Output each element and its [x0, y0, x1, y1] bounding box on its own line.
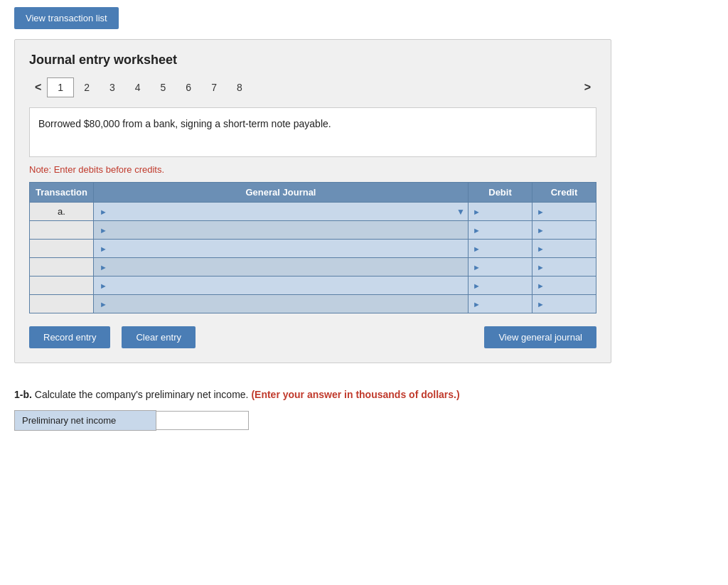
credit-cell-2[interactable]: ► — [532, 221, 596, 240]
transaction-label-3 — [30, 240, 94, 258]
debit-cell-4[interactable]: ► — [469, 258, 532, 277]
row-arrow-5: ► — [98, 281, 107, 290]
section-1b-highlight: (Enter your answer in thousands of dolla… — [251, 389, 459, 400]
general-journal-cell-5[interactable]: ► — [94, 277, 469, 295]
row-arrow-3: ► — [98, 245, 107, 253]
dropdown-arrow-1[interactable]: ▼ — [456, 207, 465, 217]
view-general-journal-button[interactable]: View general journal — [484, 326, 596, 348]
note-text: Note: Enter debits before credits. — [29, 164, 596, 175]
preliminary-net-income-row: Preliminary net income — [14, 410, 714, 431]
general-journal-cell-4[interactable]: ► — [94, 258, 469, 277]
debit-arrow-4: ► — [471, 263, 481, 272]
left-buttons: Record entry Clear entry — [29, 326, 196, 348]
credit-arrow-6: ► — [535, 300, 545, 308]
clear-entry-button[interactable]: Clear entry — [122, 326, 196, 348]
record-entry-button[interactable]: Record entry — [29, 326, 110, 348]
journal-table: Transaction General Journal Debit Credit… — [29, 182, 596, 313]
credit-cell-4[interactable]: ► — [532, 258, 596, 277]
general-journal-cell-3[interactable]: ► — [94, 240, 469, 258]
tab-8[interactable]: 8 — [227, 78, 252, 97]
debit-cell-6[interactable]: ► — [469, 295, 532, 313]
transaction-label-2 — [30, 221, 94, 240]
debit-cell-3[interactable]: ► — [469, 240, 532, 258]
view-transaction-list-button[interactable]: View transaction list — [14, 7, 119, 29]
transaction-label-1: a. — [30, 203, 94, 221]
transaction-description: Borrowed $80,000 from a bank, signing a … — [29, 107, 596, 157]
credit-cell-3[interactable]: ► — [532, 240, 596, 258]
credit-arrow-4: ► — [535, 263, 545, 272]
credit-cell-5[interactable]: ► — [532, 277, 596, 295]
credit-arrow-3: ► — [535, 245, 545, 253]
debit-cell-1[interactable]: ► — [469, 203, 532, 221]
next-tab-arrow[interactable]: > — [579, 78, 596, 97]
credit-arrow-5: ► — [535, 281, 545, 290]
tab-6[interactable]: 6 — [176, 78, 201, 97]
debit-arrow-3: ► — [471, 245, 481, 253]
section-1b-text: 1-b. Calculate the company's preliminary… — [14, 389, 714, 400]
col-general-journal: General Journal — [94, 183, 469, 203]
credit-cell-1[interactable]: ► — [532, 203, 596, 221]
table-row: ► ► ► — [30, 221, 596, 240]
credit-cell-6[interactable]: ► — [532, 295, 596, 313]
action-buttons-row: Record entry Clear entry View general jo… — [29, 326, 596, 348]
col-transaction: Transaction — [30, 183, 94, 203]
tab-2[interactable]: 2 — [74, 78, 100, 97]
worksheet-title: Journal entry worksheet — [29, 53, 596, 68]
debit-arrow-1: ► — [471, 208, 481, 216]
row-arrow-4: ► — [98, 263, 107, 272]
general-journal-cell-2[interactable]: ► — [94, 221, 469, 240]
transaction-label-5 — [30, 277, 94, 295]
prev-tab-arrow[interactable]: < — [29, 78, 47, 97]
debit-cell-2[interactable]: ► — [469, 221, 532, 240]
row-arrow-1: ► — [98, 208, 107, 216]
debit-arrow-2: ► — [471, 226, 481, 235]
table-row: ► ► ► — [30, 277, 596, 295]
general-journal-cell-6[interactable]: ► — [94, 295, 469, 313]
tab-4[interactable]: 4 — [125, 78, 151, 97]
transaction-label-4 — [30, 258, 94, 277]
credit-arrow-2: ► — [535, 226, 545, 235]
debit-cell-5[interactable]: ► — [469, 277, 532, 295]
table-row: ► ► ► — [30, 240, 596, 258]
row-arrow-6: ► — [98, 300, 107, 308]
tab-3[interactable]: 3 — [100, 78, 125, 97]
debit-arrow-5: ► — [471, 281, 481, 290]
credit-arrow-1: ► — [535, 208, 545, 216]
transaction-label-6 — [30, 295, 94, 313]
tab-7[interactable]: 7 — [201, 78, 227, 97]
section-1b-main-text: Calculate the company's preliminary net … — [35, 389, 249, 400]
section-1b-label: 1-b. — [14, 389, 32, 400]
table-row: ► ► ► — [30, 258, 596, 277]
general-journal-cell-1[interactable]: ► ▼ — [94, 203, 469, 221]
tab-5[interactable]: 5 — [151, 78, 176, 97]
section-1b: 1-b. Calculate the company's preliminary… — [14, 389, 714, 431]
col-debit: Debit — [469, 183, 532, 203]
table-row: a. ► ▼ ► ► — [30, 203, 596, 221]
preliminary-net-income-input[interactable] — [156, 411, 249, 430]
tab-navigation: < 1 2 3 4 5 6 7 8 > — [29, 77, 596, 97]
worksheet-container: Journal entry worksheet < 1 2 3 4 5 6 7 … — [14, 39, 611, 363]
table-row: ► ► ► — [30, 295, 596, 313]
preliminary-net-income-label: Preliminary net income — [14, 410, 156, 431]
col-credit: Credit — [532, 183, 596, 203]
tab-1[interactable]: 1 — [47, 77, 74, 97]
debit-arrow-6: ► — [471, 300, 481, 308]
row-arrow-2: ► — [98, 226, 107, 235]
